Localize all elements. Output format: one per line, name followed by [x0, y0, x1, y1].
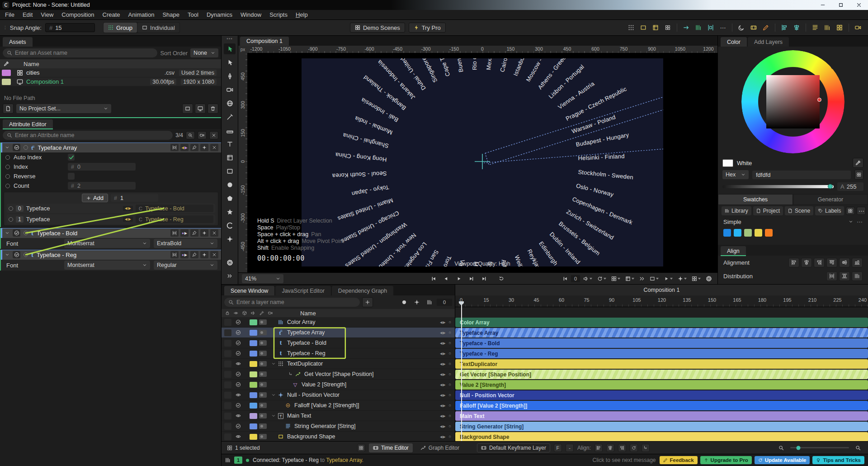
keyframe-bar-icon[interactable]	[748, 23, 759, 33]
color-swatch[interactable]	[734, 229, 741, 237]
color-swatch[interactable]	[755, 229, 762, 237]
snap-grid-icon[interactable]	[662, 23, 673, 33]
layer-solo-icon[interactable]: ○	[449, 393, 451, 397]
visibility-eye-icon[interactable]	[233, 361, 243, 366]
visibility-eye-icon[interactable]	[233, 392, 243, 398]
snap-icon[interactable]	[200, 251, 208, 258]
alpha-checker-icon[interactable]	[854, 170, 863, 180]
menu-item[interactable]: Composition	[57, 10, 98, 19]
timeline-bar-row[interactable]: Value 2 [Strength]	[455, 380, 868, 390]
timeline-layer-bar[interactable]: Typeface - Reg	[455, 349, 868, 358]
layer-color-swatch[interactable]	[250, 361, 257, 367]
timeline-track-area[interactable]: 0153045607590105120135150165180195210225…	[455, 295, 868, 441]
zoom-attr-icon[interactable]	[186, 131, 195, 139]
typeface-reg-header[interactable]: t Typeface - Reg ●▶	[1, 250, 221, 260]
timeline-ruler[interactable]: 0153045607590105120135150165180195210225…	[455, 295, 868, 307]
individual-mode-button[interactable]: Individual	[137, 23, 179, 33]
audio-icon[interactable]	[581, 274, 594, 283]
layer-prev-next-icon[interactable]: ◀▶	[440, 372, 446, 376]
visibility-eye-icon[interactable]	[233, 434, 243, 439]
timeline-layer-bar[interactable]: Value 2 [Strength]	[455, 380, 868, 390]
layer-row[interactable]: TextDuplicator◀▶○	[222, 359, 455, 369]
layer-color-swatch[interactable]	[250, 382, 257, 388]
menu-item[interactable]: Shape	[158, 10, 184, 19]
ruler-tool[interactable]	[224, 125, 236, 136]
swatch-lib-button[interactable]: Project	[753, 206, 783, 215]
asset-row-composition[interactable]: Composition 1 30.00fps1920 x 1080	[0, 77, 221, 86]
project-set-icon[interactable]	[3, 104, 14, 114]
menu-item[interactable]: Scripts	[265, 10, 292, 19]
layer-row[interactable]: Background Shape◀▶○	[222, 432, 455, 441]
layer-prev-next-icon[interactable]: ◀▶	[440, 383, 446, 387]
layer-tag-toggle[interactable]	[259, 382, 267, 387]
align-right-button[interactable]	[814, 258, 825, 267]
align-middle-v-button[interactable]	[839, 258, 850, 267]
set-more-icon[interactable]: ⋯	[857, 219, 863, 225]
enabled-check-icon[interactable]	[233, 371, 243, 377]
quality-icon[interactable]	[690, 274, 703, 283]
select-tool[interactable]	[224, 43, 236, 54]
font-family-select[interactable]: Montserrat	[64, 239, 150, 248]
tl-align-left-icon[interactable]	[594, 444, 603, 452]
layer-prev-next-icon[interactable]: ◀▶	[440, 352, 446, 356]
layer-solo-icon[interactable]: ○	[449, 403, 451, 408]
render-camera-icon[interactable]	[853, 23, 863, 33]
timeline-zoom-handle[interactable]	[797, 446, 801, 450]
layer-prev-next-icon[interactable]: ◀▶	[440, 393, 446, 397]
timeline-layer-bar[interactable]: Get Vector [Shape Position]	[455, 370, 868, 379]
layer-color-swatch[interactable]	[250, 434, 257, 440]
editor-mode-icon[interactable]	[357, 444, 365, 452]
timeline-layer-bar[interactable]: Falloff [Value 2 [Strength]]	[455, 401, 868, 410]
layer-solo-icon[interactable]: ○	[449, 341, 451, 345]
timeline-bar-row[interactable]: Get Vector [Shape Position]	[455, 369, 868, 380]
layer-row[interactable]: tTypeface - Reg◀▶○	[222, 348, 455, 359]
enabled-check-icon[interactable]	[233, 351, 243, 356]
viewport-settings-gear-icon[interactable]	[704, 274, 714, 283]
background-icon[interactable]	[648, 274, 660, 283]
add-count-field[interactable]: #1	[111, 194, 158, 202]
menu-item[interactable]: View	[37, 10, 57, 19]
hex-value-input[interactable]: fdfdfd	[752, 171, 851, 179]
enabled-check-icon[interactable]	[233, 330, 243, 335]
layer-solo-icon[interactable]: ○	[449, 351, 451, 356]
layer-solo-icon[interactable]: ○	[449, 330, 451, 335]
layer-tag-toggle[interactable]	[259, 371, 267, 377]
snap-icon[interactable]	[200, 144, 208, 151]
font-style-select[interactable]: ExtraBold	[154, 239, 217, 248]
layer-solo-icon[interactable]: ○	[449, 414, 451, 418]
loop-playback-button[interactable]	[496, 274, 507, 283]
layer-row[interactable]: t≡Typeface Array◀▶○	[222, 328, 455, 338]
close-group-icon[interactable]	[210, 229, 218, 237]
timeline-layer-bar[interactable]: Main Text	[455, 411, 868, 421]
add-typeface-button[interactable]: Add	[82, 194, 108, 202]
font-family-select[interactable]: Montserrat	[64, 261, 150, 270]
align-center-h-button[interactable]	[801, 258, 812, 267]
node-graph-icon[interactable]	[170, 229, 179, 237]
typeface-reg-radio[interactable]	[24, 252, 28, 257]
layer-row[interactable]: Falloff [Value 2 [Strength]]◀▶○	[222, 400, 455, 411]
direct-select-tool[interactable]	[224, 57, 236, 68]
typeface-slot-value-0[interactable]: CTypeface - Bold	[136, 204, 213, 212]
vertical-ruler[interactable]: 4503001500-150-300-450	[238, 53, 247, 272]
message-count-badge[interactable]: 1	[234, 456, 242, 464]
pentagon-tool[interactable]	[224, 193, 236, 204]
layer-color-swatch[interactable]	[250, 330, 257, 336]
enabled-check-icon[interactable]	[233, 382, 243, 387]
timeline-layer-bar[interactable]: Typeface - Bold	[455, 338, 868, 348]
prev-next-icon[interactable]: ◀▶	[180, 144, 189, 151]
menu-item[interactable]: Dynamics	[203, 10, 236, 19]
default-keyframe-layer-select[interactable]: Default Keyframe Layer	[477, 443, 550, 452]
frame-tool[interactable]	[224, 152, 236, 163]
align-center-icon[interactable]	[791, 23, 802, 33]
next-message-hint[interactable]: Click to see next message	[592, 457, 656, 463]
visibility-eye-icon[interactable]	[233, 413, 243, 418]
layer-row[interactable]: Null - Position Vector◀▶○	[222, 390, 455, 400]
scene-panel-tab[interactable]: Scene Window	[224, 286, 274, 295]
play-button[interactable]	[453, 274, 464, 283]
layer-row[interactable]: Get Vector [Shape Position]◀▶○	[222, 369, 455, 380]
grid-view-icon[interactable]	[846, 207, 855, 215]
layer-color-swatch[interactable]	[250, 371, 257, 377]
draw-pen-icon[interactable]	[760, 23, 771, 33]
layer-tag-toggle[interactable]	[259, 403, 267, 408]
timeline-bar-row[interactable]: String Generator [String]	[455, 421, 868, 432]
